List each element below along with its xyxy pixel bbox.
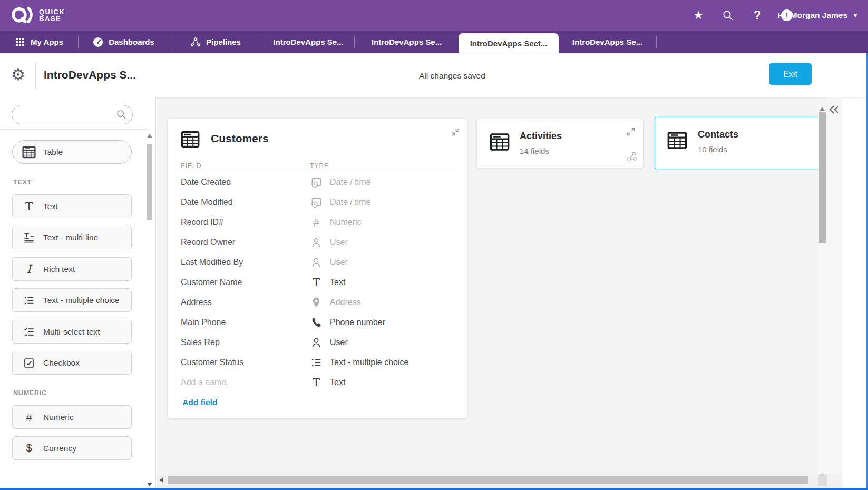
page-title: IntroDevApps S... bbox=[44, 68, 136, 81]
field-type: User bbox=[330, 238, 348, 247]
table-title: Contacts bbox=[698, 129, 738, 140]
scrollbar-thumb[interactable] bbox=[819, 112, 826, 243]
nav-dashboards[interactable]: Dashboards bbox=[79, 31, 169, 53]
section-label-numeric: NUMERIC bbox=[13, 389, 47, 397]
field-row-record-owner[interactable]: Record Owner User bbox=[181, 232, 455, 252]
gear-icon[interactable]: ⚙ bbox=[11, 65, 25, 85]
scrollbar-thumb[interactable] bbox=[168, 476, 808, 484]
sidebar-scrollbar[interactable] bbox=[147, 131, 153, 490]
field-name: Sales Rep bbox=[181, 338, 310, 347]
user-icon bbox=[310, 336, 323, 349]
field-name: Record ID# bbox=[181, 218, 310, 227]
field-name: Date Created bbox=[181, 178, 310, 187]
help-icon[interactable]: ? bbox=[750, 8, 764, 22]
collapse-panel-chevrons-icon[interactable] bbox=[828, 103, 841, 116]
field-row-record-id[interactable]: Record ID# # Numeric bbox=[181, 212, 455, 232]
field-row-last-modified-by[interactable]: Last Modified By User bbox=[181, 252, 455, 272]
field-row-customer-status[interactable]: Customer Status Text - multiple choice bbox=[181, 352, 455, 373]
datetime-icon bbox=[310, 196, 323, 209]
expand-icon[interactable] bbox=[626, 126, 636, 137]
table-card-customers[interactable]: Customers FIELD TYPE Date Created Date /… bbox=[168, 119, 467, 418]
text-icon: T bbox=[22, 200, 36, 213]
table-field-count: 14 fields bbox=[520, 146, 549, 155]
scroll-up-arrow[interactable] bbox=[820, 107, 825, 111]
global-header: QUICK BASE ★ ? ! Hi, Morgan James ▼ bbox=[0, 0, 868, 31]
field-type: Text - multiple choice bbox=[330, 358, 408, 367]
table-title: Activities bbox=[520, 131, 562, 142]
scroll-down-arrow[interactable] bbox=[147, 483, 152, 486]
palette-item-currency[interactable]: $ Currency bbox=[12, 436, 132, 460]
text-multiline-icon bbox=[22, 231, 36, 244]
palette-item-numeric[interactable]: # Numeric bbox=[12, 405, 132, 429]
address-pin-icon bbox=[310, 296, 323, 309]
horizontal-scrollbar[interactable] bbox=[157, 474, 842, 486]
palette-item-table[interactable]: Table bbox=[12, 140, 132, 164]
apps-grid-icon bbox=[15, 37, 25, 47]
nav-my-apps[interactable]: My Apps bbox=[0, 31, 78, 53]
field-row-sales-rep[interactable]: Sales Rep User bbox=[181, 332, 455, 352]
field-type: Text bbox=[330, 378, 345, 387]
field-name: Record Owner bbox=[181, 238, 310, 247]
user-icon bbox=[310, 256, 323, 269]
favorites-star-icon[interactable]: ★ bbox=[691, 8, 705, 22]
field-name: Address bbox=[181, 298, 310, 307]
column-header-rule bbox=[181, 171, 454, 171]
table-card-contacts-selected[interactable]: Contacts 10 fields bbox=[655, 117, 842, 169]
field-type: Phone number bbox=[330, 318, 385, 327]
field-row-new[interactable]: Add a name T Text bbox=[181, 373, 455, 393]
field-name: Customer Name bbox=[181, 278, 310, 287]
field-list: Date Created Date / time Date Modified D… bbox=[181, 172, 455, 393]
search-icon[interactable] bbox=[721, 8, 735, 22]
nav-divider bbox=[656, 36, 657, 48]
table-icon bbox=[181, 131, 200, 148]
palette-item-text-multiple-choice[interactable]: Text - multiple choice bbox=[12, 288, 132, 312]
section-label-text: TEXT bbox=[13, 179, 32, 186]
add-field-link[interactable]: Add field bbox=[182, 398, 217, 407]
table-designer-canvas: Customers FIELD TYPE Date Created Date /… bbox=[157, 97, 842, 490]
table-icon bbox=[490, 133, 510, 151]
search-input[interactable] bbox=[12, 105, 133, 124]
nav-pipelines[interactable]: Pipelines bbox=[169, 31, 262, 53]
header-divider bbox=[35, 62, 36, 89]
new-field-name-placeholder[interactable]: Add a name bbox=[181, 378, 310, 387]
field-name: Date Modified bbox=[181, 198, 310, 207]
multiple-choice-icon bbox=[22, 293, 36, 307]
field-row-date-modified[interactable]: Date Modified Date / time bbox=[181, 192, 455, 212]
quickbase-logo[interactable]: QUICK BASE bbox=[11, 5, 65, 26]
right-panel-strip bbox=[827, 97, 842, 490]
field-row-main-phone[interactable]: Main Phone Phone number bbox=[181, 312, 455, 332]
app-tab-1[interactable]: IntroDevApps Se... bbox=[262, 31, 354, 53]
palette-item-text[interactable]: T Text bbox=[12, 194, 132, 218]
quickbase-logo-text: QUICK BASE bbox=[39, 8, 65, 22]
table-title: Customers bbox=[211, 132, 269, 145]
palette-item-text-multiline[interactable]: Text - multi-line bbox=[12, 226, 132, 249]
palette-item-checkbox[interactable]: Checkbox bbox=[12, 351, 132, 375]
vertical-scrollbar[interactable] bbox=[818, 105, 827, 480]
palette-item-multi-select-text[interactable]: Multi-select text bbox=[12, 320, 132, 344]
palette-item-rich-text[interactable]: I Rich text bbox=[12, 257, 132, 281]
scrollbar-thumb[interactable] bbox=[147, 144, 152, 220]
field-type: Text bbox=[330, 278, 345, 287]
app-tab-3-active[interactable]: IntroDevApps Sect... bbox=[459, 33, 559, 53]
scroll-left-arrow[interactable] bbox=[160, 477, 163, 483]
multi-select-icon bbox=[22, 325, 36, 339]
collapse-icon[interactable] bbox=[450, 127, 461, 138]
field-row-date-created[interactable]: Date Created Date / time bbox=[181, 172, 455, 192]
save-status: All changes saved bbox=[419, 71, 485, 81]
phone-icon bbox=[310, 316, 323, 329]
scroll-up-arrow[interactable] bbox=[147, 134, 152, 138]
app-tab-2[interactable]: IntroDevApps Se... bbox=[355, 31, 459, 53]
app-tab-4[interactable]: IntroDevApps Se... bbox=[559, 31, 656, 53]
user-menu[interactable]: Hi, Morgan James ▼ bbox=[777, 0, 859, 31]
field-type: Date / time bbox=[330, 198, 370, 207]
table-icon bbox=[22, 145, 36, 159]
table-card-activities[interactable]: Activities 14 fields bbox=[477, 119, 643, 168]
field-name: Customer Status bbox=[181, 358, 310, 367]
window-border-bottom bbox=[0, 488, 868, 490]
field-row-customer-name[interactable]: Customer Name T Text bbox=[181, 272, 455, 292]
field-type: User bbox=[330, 338, 348, 347]
exit-button[interactable]: Exit bbox=[769, 63, 812, 85]
field-row-address[interactable]: Address Address bbox=[181, 292, 455, 312]
scrollbar-corner bbox=[818, 474, 827, 486]
user-icon bbox=[310, 236, 323, 249]
